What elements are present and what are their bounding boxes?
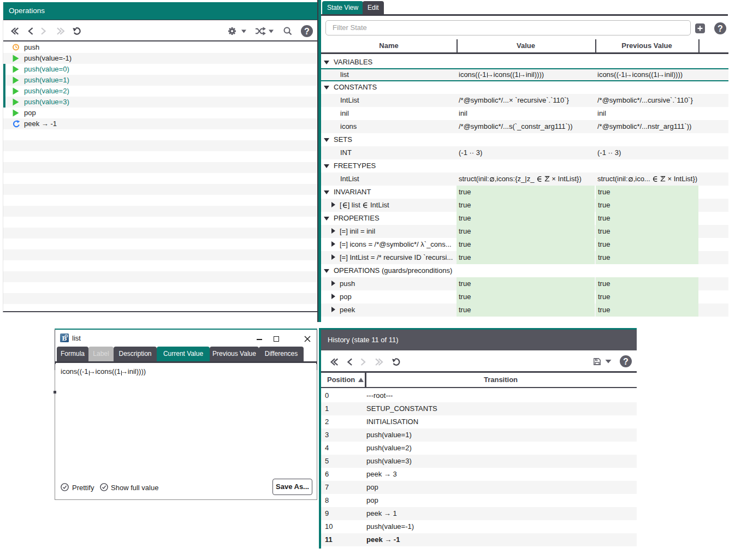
svg-text:?: ? [304,27,310,36]
svg-text:?: ? [718,24,723,33]
svg-text:?: ? [623,357,629,366]
